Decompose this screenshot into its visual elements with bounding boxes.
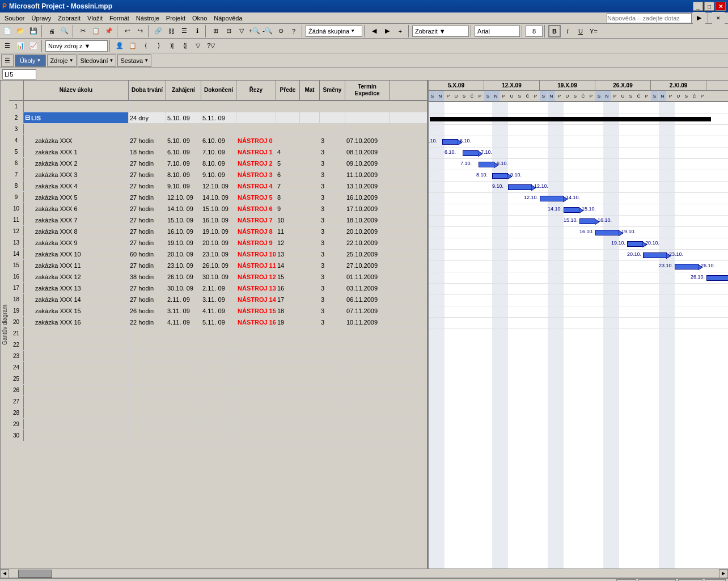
row-start[interactable]: 20.10. 09	[166, 249, 201, 259]
row-termin[interactable]: 09.10.2009	[345, 158, 390, 169]
row-predc[interactable]: 17	[276, 294, 300, 305]
row-end[interactable]: 23.10. 09	[201, 249, 236, 259]
row-predc[interactable]: 7	[276, 180, 300, 191]
help-button[interactable]: ?	[287, 25, 300, 37]
menu-projekt[interactable]: Projekt	[163, 14, 189, 23]
row-rezy[interactable]: NÁSTROJ 2	[236, 158, 276, 169]
row-predc[interactable]	[276, 124, 300, 134]
row-mat[interactable]	[300, 180, 320, 191]
row-rezy[interactable]: NÁSTROJ 5	[236, 192, 276, 203]
row-dur[interactable]: 27 hodin	[129, 203, 166, 214]
col-rezy-header[interactable]: Řezy	[236, 81, 276, 100]
zoom-fit-button[interactable]: ⊙	[274, 25, 287, 37]
row-dur[interactable]: 27 hodin	[129, 283, 166, 293]
tb2-btn6[interactable]: ⟨	[139, 40, 152, 52]
row-smeny[interactable]	[320, 101, 345, 112]
table-row[interactable]: 28	[9, 407, 427, 419]
row-start[interactable]: 8.10. 09	[166, 169, 201, 180]
row-end[interactable]: 5.11. 09	[201, 317, 236, 327]
table-row[interactable]: 19 zakázka XXX 15 26 hodin 3.11. 09 4.11…	[9, 305, 427, 317]
row-start[interactable]: 23.10. 09	[166, 260, 201, 271]
minimize-button[interactable]: _	[693, 2, 703, 11]
row-termin[interactable]: 27.10.2009	[345, 260, 390, 271]
row-smeny[interactable]: 3	[320, 249, 345, 259]
nav-left-button[interactable]: ◀	[368, 25, 380, 37]
row-end[interactable]: 26.10. 09	[201, 260, 236, 271]
save-button[interactable]: 💾	[27, 25, 40, 37]
row-mat[interactable]	[300, 192, 320, 203]
col-start-header[interactable]: Zahájení	[166, 81, 201, 100]
row-dur[interactable]: 38 hodin	[129, 271, 166, 282]
table-row[interactable]: 23	[9, 351, 427, 362]
menu-zobrazit[interactable]: Zobrazit	[54, 14, 84, 23]
row-end[interactable]: 14.10. 09	[201, 192, 236, 203]
row-end[interactable]: 20.10. 09	[201, 237, 236, 248]
table-row[interactable]: 25	[9, 373, 427, 385]
row-termin[interactable]: 25.10.2009	[345, 249, 390, 259]
row-mat[interactable]	[300, 203, 320, 214]
row-end[interactable]: 16.10. 09	[201, 214, 236, 225]
table-row[interactable]: 1	[9, 101, 427, 112]
row-predc[interactable]: 19	[276, 317, 300, 327]
col-smeny-header[interactable]: Směny	[320, 81, 345, 100]
row-dur[interactable]: 27 hodin	[129, 226, 166, 237]
help-search-input[interactable]	[607, 13, 692, 23]
row-predc[interactable]: 16	[276, 283, 300, 293]
table-row[interactable]: 8 zakázka XXX 4 27 hodin 9.10. 09 12.10.…	[9, 180, 427, 192]
tb2-btn8[interactable]: ⟩|	[166, 40, 178, 52]
tab-sestava-dropdown[interactable]: Sestava ▼	[117, 54, 151, 67]
row-end[interactable]: 15.10. 09	[201, 203, 236, 214]
row-mat[interactable]	[300, 158, 320, 169]
row-rezy[interactable]: NÁSTROJ 6	[236, 203, 276, 214]
redo-button[interactable]: ↪	[134, 25, 146, 37]
row-termin[interactable]: 07.11.2009	[345, 305, 390, 316]
zoom-out-button[interactable]: -🔍	[261, 25, 274, 37]
scroll-left-arrow[interactable]: ◀	[0, 569, 9, 578]
row-end[interactable]: 6.10. 09	[201, 135, 236, 146]
row-rezy[interactable]	[236, 124, 276, 134]
row-end[interactable]: 4.11. 09	[201, 305, 236, 316]
row-rezy[interactable]: NÁSTROJ 7	[236, 214, 276, 225]
horizontal-scrollbar[interactable]: ◀ ▶	[0, 569, 728, 578]
row-end[interactable]: 2.11. 09	[201, 283, 236, 293]
row-dur[interactable]: 27 hodin	[129, 237, 166, 248]
menu-soubor[interactable]: Soubor	[1, 14, 28, 23]
row-start[interactable]: 6.10. 09	[166, 146, 201, 157]
row-smeny[interactable]: 3	[320, 203, 345, 214]
row-end[interactable]	[201, 124, 236, 134]
row-mat[interactable]	[300, 317, 320, 327]
row-name[interactable]: zakázka XXX	[24, 135, 129, 146]
tab-ukoly[interactable]: Úkoly ▼	[15, 54, 46, 67]
row-rezy[interactable]: NÁSTROJ 0	[236, 135, 276, 146]
row-smeny[interactable]	[320, 124, 345, 134]
row-dur[interactable]: 27 hodin	[129, 135, 166, 146]
row-start[interactable]: 16.10. 09	[166, 226, 201, 237]
row-end[interactable]: 5.11. 09	[201, 112, 236, 123]
row-predc[interactable]: 12	[276, 237, 300, 248]
row-rezy[interactable]: NÁSTROJ 14	[236, 294, 276, 305]
row-start[interactable]: 5.10. 09	[166, 112, 201, 123]
table-row[interactable]: 6 zakázka XXX 2 27 hodin 7.10. 09 8.10. …	[9, 158, 427, 169]
row-termin[interactable]	[345, 124, 390, 134]
print-button[interactable]: 🖨	[45, 25, 58, 37]
tb2-btn11[interactable]: ?▽	[205, 40, 217, 52]
row-name[interactable]: zakázka XXX 5	[24, 192, 129, 203]
row-rezy[interactable]: NÁSTROJ 9	[236, 237, 276, 248]
scroll-right-arrow[interactable]: ▶	[719, 569, 728, 578]
row-termin[interactable]: 01.11.2009	[345, 271, 390, 282]
row-termin[interactable]: 18.10.2009	[345, 214, 390, 225]
row-end[interactable]: 19.10. 09	[201, 226, 236, 237]
row-name[interactable]: zakázka XXX 12	[24, 271, 129, 282]
col-end-header[interactable]: Dokončení	[201, 81, 236, 100]
row-smeny[interactable]: 3	[320, 180, 345, 191]
row-predc[interactable]: 6	[276, 169, 300, 180]
row-predc[interactable]: 13	[276, 249, 300, 259]
row-dur[interactable]: 27 hodin	[129, 158, 166, 169]
row-start[interactable]: 9.10. 09	[166, 180, 201, 191]
row-smeny[interactable]: 3	[320, 305, 345, 316]
row-mat[interactable]	[300, 112, 320, 123]
row-termin[interactable]: 07.10.2009	[345, 135, 390, 146]
row-rezy[interactable]: NÁSTROJ 11	[236, 260, 276, 271]
row-mat[interactable]	[300, 237, 320, 248]
close-button[interactable]: ✕	[716, 2, 726, 11]
